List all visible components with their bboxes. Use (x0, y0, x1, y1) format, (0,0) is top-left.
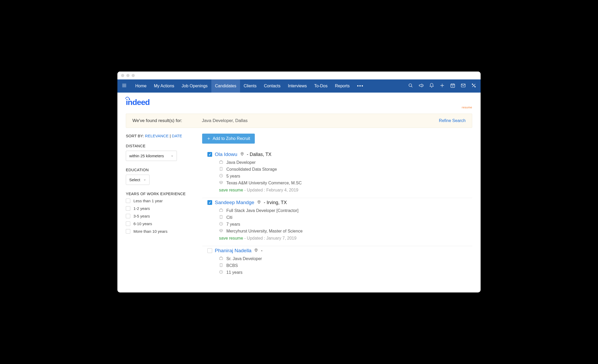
experience-label: More than 10 years (133, 229, 167, 234)
svg-rect-32 (220, 215, 222, 219)
calendar-icon[interactable]: 31 (450, 83, 455, 89)
experience-option[interactable]: Less than 1 year (126, 199, 194, 203)
candidate-name-link[interactable]: Phaniraj Nadella (215, 248, 251, 254)
nav-item-home[interactable]: Home (132, 79, 150, 93)
indeed-logo: indeed resume (126, 98, 472, 109)
candidate-years: 11 years (226, 270, 242, 275)
candidate-name-link[interactable]: Ola Idowu (215, 151, 237, 157)
nav-item-contacts[interactable]: Contacts (260, 79, 284, 93)
bell-icon[interactable] (429, 83, 434, 89)
candidate-years: 5 years (226, 174, 240, 179)
building-icon (219, 215, 223, 220)
facet-education-title: EDUCATION (126, 168, 194, 172)
location-pin-icon (254, 248, 258, 254)
experience-option[interactable]: 3-5 years (126, 214, 194, 218)
facet-distance-title: DISTANCE (126, 144, 194, 148)
candidate-name-link[interactable]: Sandeep Mandge (215, 200, 254, 205)
save-resume-link[interactable]: save resume (219, 188, 243, 192)
sort-date[interactable]: DATE (172, 134, 182, 138)
logo-sub: resume (143, 106, 472, 109)
education-select[interactable]: Select (126, 175, 150, 185)
nav-items: HomeMy ActionsJob OpeningsCandidatesClie… (132, 79, 353, 93)
candidate-title: Full Stack Java Developer [Contractor] (226, 208, 298, 213)
graduation-icon (219, 229, 223, 234)
candidate-updated: - Updated : January 7, 2019 (244, 236, 296, 240)
hamburger-icon[interactable] (122, 83, 127, 89)
candidate-company: Consolidated Data Storage (226, 167, 277, 172)
top-nav: HomeMy ActionsJob OpeningsCandidatesClie… (117, 79, 481, 93)
svg-rect-31 (220, 209, 223, 212)
checkbox-icon (126, 206, 130, 211)
location-pin-icon (240, 151, 244, 157)
candidate-checkbox[interactable] (207, 248, 212, 253)
mail-icon[interactable] (461, 83, 466, 89)
results-list: Add to Zoho Recruit Ola Idowu - Dallas, … (202, 134, 472, 280)
nav-item-reports[interactable]: Reports (331, 79, 353, 93)
chevron-down-icon (143, 178, 146, 182)
candidate-location: - Dallas, TX (247, 152, 272, 157)
experience-option[interactable]: 6-10 years (126, 221, 194, 226)
svg-rect-18 (220, 161, 223, 164)
experience-label: 3-5 years (133, 214, 150, 218)
graduation-icon (219, 180, 223, 186)
svg-point-3 (409, 84, 412, 87)
candidate-checkbox[interactable] (207, 152, 212, 157)
briefcase-icon (219, 208, 223, 213)
filters-sidebar: SORT BY: RELEVANCE | DATE DISTANCE withi… (126, 134, 194, 280)
location-pin-icon (257, 200, 261, 205)
svg-text:31: 31 (452, 85, 454, 87)
candidate-company: BCBS (226, 263, 238, 268)
nav-item-to-dos[interactable]: To-Dos (311, 79, 331, 93)
candidate-checkbox[interactable] (207, 200, 212, 205)
plus-icon[interactable] (440, 83, 445, 89)
candidate-card: Phaniraj Nadella - Sr. Java DeveloperBCB… (202, 246, 472, 280)
svg-rect-19 (220, 167, 222, 170)
nav-item-clients[interactable]: Clients (240, 79, 260, 93)
traffic-light-close[interactable] (121, 74, 124, 77)
svg-rect-44 (220, 257, 223, 260)
search-icon[interactable] (408, 83, 413, 89)
candidate-updated: - Updated : February 4, 2019 (244, 188, 298, 192)
nav-item-job-openings[interactable]: Job Openings (178, 79, 211, 93)
candidate-location: - Irving, TX (264, 200, 287, 205)
content-area: indeed resume We've found result(s) for:… (117, 93, 481, 292)
add-to-zoho-recruit-button[interactable]: Add to Zoho Recruit (202, 134, 255, 144)
experience-option[interactable]: More than 10 years (126, 229, 194, 234)
svg-point-30 (258, 201, 259, 202)
result-query: Java Developer, Dallas (202, 118, 248, 123)
candidate-education: Mercyhurst University, Master of Science (226, 229, 303, 234)
building-icon (219, 263, 223, 268)
refine-search-link[interactable]: Refine Search (439, 118, 466, 123)
chevron-down-icon (171, 154, 173, 158)
building-icon (219, 167, 223, 172)
distance-select[interactable]: within 25 kilometers (126, 151, 177, 161)
briefcase-icon (219, 160, 223, 165)
candidate-company: Citi (226, 215, 232, 220)
tools-icon[interactable] (471, 83, 476, 89)
traffic-light-max[interactable] (132, 74, 135, 77)
nav-item-my-actions[interactable]: My Actions (150, 79, 178, 93)
result-label: We've found result(s) for: (132, 118, 202, 123)
experience-option[interactable]: 1-2 years (126, 206, 194, 211)
candidate-title: Sr. Java Developer (226, 256, 262, 261)
svg-point-17 (242, 153, 242, 154)
sort-by: SORT BY: RELEVANCE | DATE (126, 134, 194, 138)
traffic-light-min[interactable] (126, 74, 129, 77)
window-titlebar (117, 72, 481, 79)
megaphone-icon[interactable] (418, 83, 424, 89)
clock-icon (219, 222, 223, 227)
candidate-card: Ola Idowu - Dallas, TX Java DeveloperCon… (202, 150, 472, 198)
save-resume-link[interactable]: save resume (219, 236, 243, 240)
clock-icon (219, 270, 223, 275)
result-bar: We've found result(s) for: Java Develope… (126, 114, 472, 128)
svg-line-4 (411, 86, 412, 87)
briefcase-icon (219, 256, 223, 261)
checkbox-icon (126, 229, 130, 234)
nav-more-icon[interactable]: ••• (353, 83, 367, 89)
nav-item-candidates[interactable]: Candidates (211, 79, 240, 93)
sort-relevance[interactable]: RELEVANCE (145, 134, 169, 138)
nav-item-interviews[interactable]: Interviews (284, 79, 311, 93)
candidate-years: 7 years (226, 222, 240, 227)
svg-rect-45 (220, 264, 222, 267)
experience-label: 1-2 years (133, 206, 150, 211)
